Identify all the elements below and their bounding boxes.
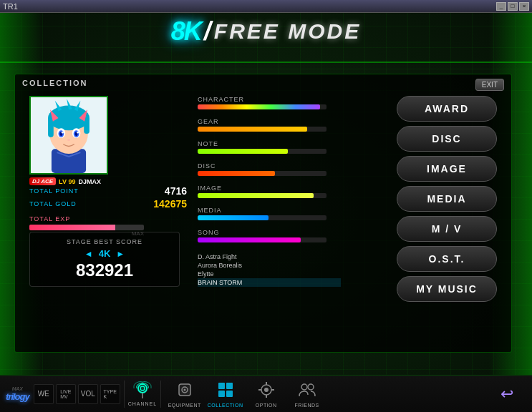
score-prev-button[interactable]: ◄ xyxy=(84,249,93,259)
song-bar-row: SONG xyxy=(198,229,341,242)
disc-bar-row: DISC xyxy=(198,162,341,176)
svg-rect-25 xyxy=(218,383,225,389)
mv-button[interactable]: M / V xyxy=(397,216,497,242)
menu-buttons: AWARD DISC IMAGE MEDIA M / V O.S.T. MY M… xyxy=(397,96,497,302)
exp-fill xyxy=(29,225,115,230)
song-item-4[interactable]: BRAIN STORM xyxy=(198,278,341,287)
equipment-icon xyxy=(175,381,194,401)
svg-rect-28 xyxy=(226,391,233,397)
svg-point-16 xyxy=(62,132,64,134)
collection-label: COLLECTION xyxy=(208,403,243,408)
game-area: 8K / FREE MODE COLLECTION EXIT xyxy=(0,13,532,412)
avatar-frame xyxy=(29,96,108,175)
stat-bars-section: CHARACTER GEAR NOTE DISC xyxy=(198,96,341,287)
back-icon: ↩ xyxy=(500,386,513,402)
maximize-button[interactable]: □ xyxy=(508,2,518,11)
vol-icon: VOL xyxy=(81,391,95,398)
svg-point-24 xyxy=(183,388,185,391)
award-button[interactable]: AWARD xyxy=(397,96,497,122)
score-next-button[interactable]: ► xyxy=(116,249,125,259)
svg-point-17 xyxy=(77,132,79,134)
note-bar-row: NOTE xyxy=(198,140,341,154)
gear-label: GEAR xyxy=(198,118,341,125)
player-stats: TOTAL POINT 4716 TOTAL GOLD 142675 TOTAL… xyxy=(29,185,187,237)
we-icon-button[interactable]: WE xyxy=(34,384,54,404)
avatar-section: DJ ACE LV 99 DJMAX xyxy=(29,96,115,185)
character-bar-row: CHARACTER xyxy=(198,96,341,109)
mymusic-button[interactable]: MY MUSIC xyxy=(397,276,497,302)
note-bar-fill xyxy=(198,149,288,154)
player-badge: DJ ACE LV 99 DJMAX xyxy=(29,177,115,185)
media-label: MEDIA xyxy=(198,207,341,214)
song-item-2[interactable]: Aurora Borealis xyxy=(198,261,341,270)
badge-icon: DJ ACE xyxy=(29,177,56,185)
svg-rect-27 xyxy=(218,391,225,397)
media-button[interactable]: MEDIA xyxy=(397,186,497,212)
player-name: DJMAX xyxy=(78,178,101,185)
image-bar-track xyxy=(198,193,327,198)
window-title: TR1 xyxy=(3,2,18,11)
exp-bar xyxy=(29,225,144,230)
image-button[interactable]: IMAGE xyxy=(397,156,497,182)
score-mode: 4K xyxy=(99,248,111,259)
player-level: LV 99 xyxy=(59,178,75,185)
exit-button[interactable]: EXIT xyxy=(475,79,504,91)
disc-bar-fill xyxy=(198,171,275,176)
note-bar-track xyxy=(198,149,327,154)
logo-max: MAX xyxy=(12,386,23,391)
type-k-icon-button[interactable]: TYPEK xyxy=(100,384,120,404)
svg-point-36 xyxy=(308,384,314,390)
score-section: STAGE BEST SCORE ◄ 4K ► 832921 xyxy=(29,232,180,287)
song-item-3[interactable]: Elytte xyxy=(198,270,341,278)
minimize-button[interactable]: _ xyxy=(496,2,506,11)
score-value: 832921 xyxy=(37,260,172,280)
friends-icon xyxy=(298,381,316,401)
collection-nav[interactable]: COLLECTION xyxy=(205,378,245,410)
image-bar-fill xyxy=(198,193,314,198)
taskbar-icon-group: WE LIVEMV VOL TYPEK xyxy=(34,384,120,404)
option-nav[interactable]: OPTION xyxy=(246,378,286,410)
song-bar-fill xyxy=(198,237,301,242)
ost-button[interactable]: O.S.T. xyxy=(397,246,497,272)
disc-button[interactable]: DISC xyxy=(397,126,497,152)
divider-2 xyxy=(160,381,161,408)
song-item-1[interactable]: D. Astra Fight xyxy=(198,252,341,261)
total-exp-label: TOTAL EXP xyxy=(29,215,70,222)
mode-slash: / xyxy=(204,16,211,46)
total-point-value: 4716 xyxy=(165,185,187,197)
friends-label: FRIENDS xyxy=(295,403,319,408)
score-nav: ◄ 4K ► xyxy=(37,248,172,259)
song-list: D. Astra Fight Aurora Borealis Elytte BR… xyxy=(198,252,341,287)
option-icon xyxy=(257,381,276,401)
logo-trilogy: trilogy xyxy=(6,391,29,402)
score-title: STAGE BEST SCORE xyxy=(37,238,172,245)
panel-title: COLLECTION xyxy=(15,74,511,92)
vol-icon-button[interactable]: VOL xyxy=(78,384,98,404)
back-nav[interactable]: ↩ xyxy=(487,378,526,410)
we-icon: WE xyxy=(38,391,49,398)
note-label: NOTE xyxy=(198,140,341,147)
channel-section[interactable]: CHANNEL xyxy=(128,381,157,406)
type-k-icon: TYPEK xyxy=(104,389,117,399)
svg-rect-26 xyxy=(226,383,233,389)
equipment-label: EQUIPMENT xyxy=(168,403,201,408)
divider-1 xyxy=(124,381,125,408)
friends-nav[interactable]: FRIENDS xyxy=(287,378,327,410)
image-label: IMAGE xyxy=(198,185,341,192)
song-label: SONG xyxy=(198,229,341,236)
gear-bar-track xyxy=(198,127,327,132)
mode-title: FREE MODE xyxy=(214,19,361,44)
equipment-nav[interactable]: EQUIPMENT xyxy=(165,378,204,410)
disc-bar-track xyxy=(198,171,327,176)
svg-point-30 xyxy=(264,388,269,392)
media-bar-row: MEDIA xyxy=(198,207,341,220)
svg-point-20 xyxy=(140,386,145,391)
taskbar-logo: MAX trilogy xyxy=(6,386,29,402)
close-button[interactable]: × xyxy=(519,2,529,11)
window-controls: _ □ × xyxy=(496,2,529,11)
song-bar-track xyxy=(198,237,327,242)
svg-point-35 xyxy=(301,384,307,390)
image-bar-row: IMAGE xyxy=(198,185,341,198)
live-mv-icon-button[interactable]: LIVEMV xyxy=(56,384,76,404)
total-gold-value: 142675 xyxy=(153,198,187,210)
